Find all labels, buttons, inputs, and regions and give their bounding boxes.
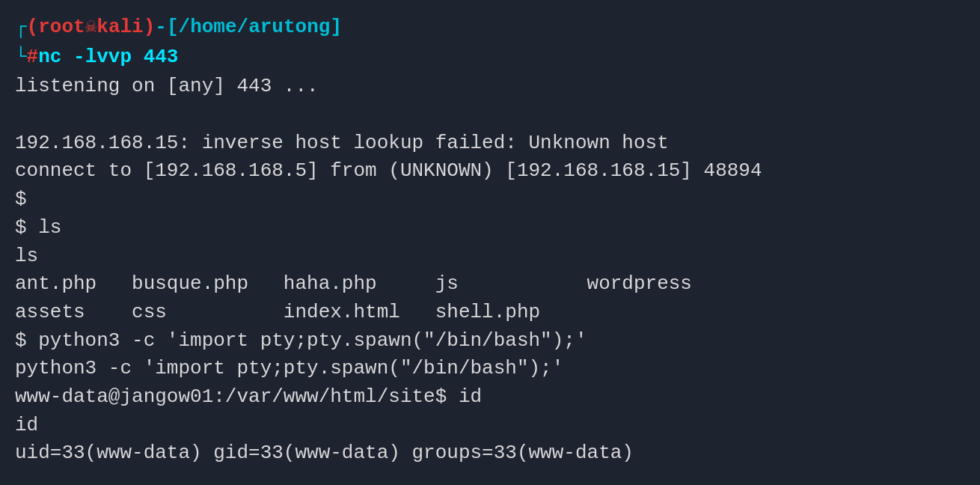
empty-line-1 bbox=[15, 101, 965, 129]
nc-command: nc -lvvp 443 bbox=[38, 43, 178, 72]
prompt-dash: -[ bbox=[155, 13, 178, 42]
output-ls-cmd: $ ls bbox=[15, 214, 965, 242]
output-connect: connect to [192.168.168.5] from (UNKNOWN… bbox=[15, 157, 965, 186]
terminal-window: ┌ ( root ☠ kali ) -[ /home/arutong ] └ #… bbox=[15, 13, 965, 468]
bottom-arrow: └ bbox=[15, 43, 27, 72]
output-files-1: ant.php busque.php haha.php js wordpress bbox=[15, 270, 965, 299]
output-inverse-host: 192.168.168.15: inverse host lookup fail… bbox=[15, 129, 965, 158]
prompt-dir: /home/arutong bbox=[179, 13, 331, 42]
output-www-data-prompt: www-data@jangow01:/var/www/html/site$ id bbox=[15, 383, 965, 412]
prompt-top-line: ┌ ( root ☠ kali ) -[ /home/arutong ] bbox=[15, 13, 965, 42]
output-listening: listening on [any] 443 ... bbox=[15, 73, 965, 101]
prompt-hash: # bbox=[27, 43, 39, 72]
prompt-bracket-close: ] bbox=[330, 13, 342, 42]
prompt-cmd-line: └ # nc -lvvp 443 bbox=[15, 43, 965, 72]
prompt-close-paren: ) bbox=[144, 13, 156, 42]
output-id-result: uid=33(www-data) gid=33(www-data) groups… bbox=[15, 439, 965, 468]
prompt-kali: kali bbox=[97, 13, 143, 42]
output-files-2: assets css index.html shell.php bbox=[15, 299, 965, 327]
output-id-echo: id bbox=[15, 412, 965, 440]
top-bracket: ┌ bbox=[15, 13, 27, 42]
output-dollar-1: $ bbox=[15, 186, 965, 214]
output-python-cmd: $ python3 -c 'import pty;pty.spawn("/bin… bbox=[15, 327, 965, 356]
prompt-root: root bbox=[38, 13, 85, 42]
prompt-open-paren: ( bbox=[27, 13, 39, 42]
output-python-echo: python3 -c 'import pty;pty.spawn("/bin/b… bbox=[15, 355, 965, 383]
output-ls-echo: ls bbox=[15, 242, 965, 271]
prompt-skull: ☠ bbox=[85, 13, 97, 42]
